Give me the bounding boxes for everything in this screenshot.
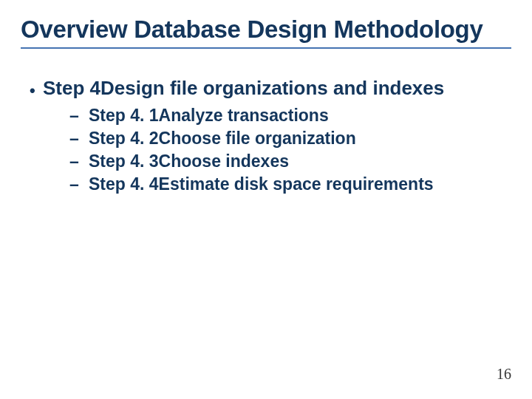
substep-text: Choose file organization (159, 127, 356, 150)
dash-icon: – (69, 173, 89, 196)
bullet-substep: – Step 4. 4 Estimate disk space requirem… (69, 173, 502, 196)
slide-title: Overview Database Design Methodology (21, 16, 511, 49)
dash-icon: – (69, 104, 89, 127)
substep-text: Analyze transactions (159, 104, 329, 127)
bullet-substep: – Step 4. 2 Choose file organization (69, 127, 502, 150)
substep-label: Step 4. 3 (89, 150, 159, 173)
substep-text: Estimate disk space requirements (159, 173, 434, 196)
slide-body: • Step 4 Design file organizations and i… (30, 77, 502, 196)
dash-icon: – (69, 127, 89, 150)
substep-label: Step 4. 2 (89, 127, 159, 150)
slide: Overview Database Design Methodology • S… (0, 0, 532, 399)
page-number: 16 (497, 366, 511, 383)
bullet-icon: • (30, 83, 43, 99)
substep-label: Step 4. 1 (89, 104, 159, 127)
step-text: Design file organizations and indexes (100, 77, 444, 100)
bullet-substep: – Step 4. 1 Analyze transactions (69, 104, 502, 127)
bullet-step: • Step 4 Design file organizations and i… (30, 77, 502, 100)
substep-label: Step 4. 4 (89, 173, 159, 196)
dash-icon: – (69, 150, 89, 173)
step-label: Step 4 (43, 77, 100, 100)
substep-text: Choose indexes (159, 150, 289, 173)
bullet-substep: – Step 4. 3 Choose indexes (69, 150, 502, 173)
substep-list: – Step 4. 1 Analyze transactions – Step … (69, 104, 502, 196)
